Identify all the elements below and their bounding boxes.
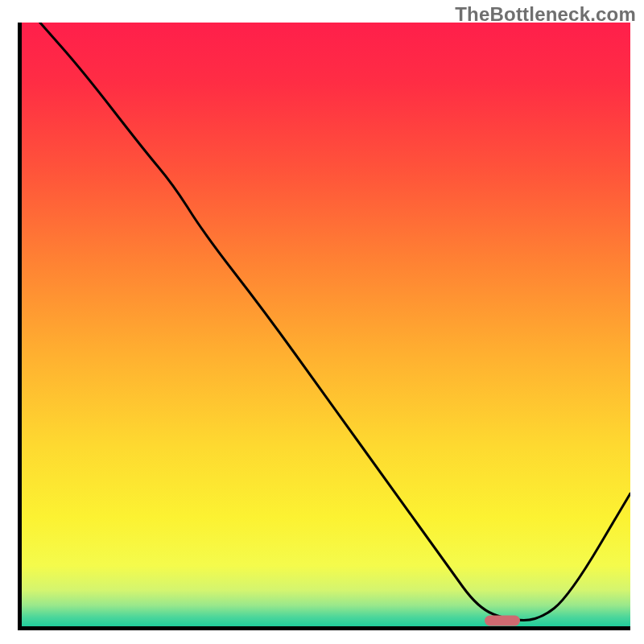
plot-area [22,23,630,626]
plot-axes [18,23,630,630]
optimum-marker [485,615,520,625]
chart-frame: TheBottleneck.com [0,0,644,644]
bottleneck-curve [22,23,630,626]
